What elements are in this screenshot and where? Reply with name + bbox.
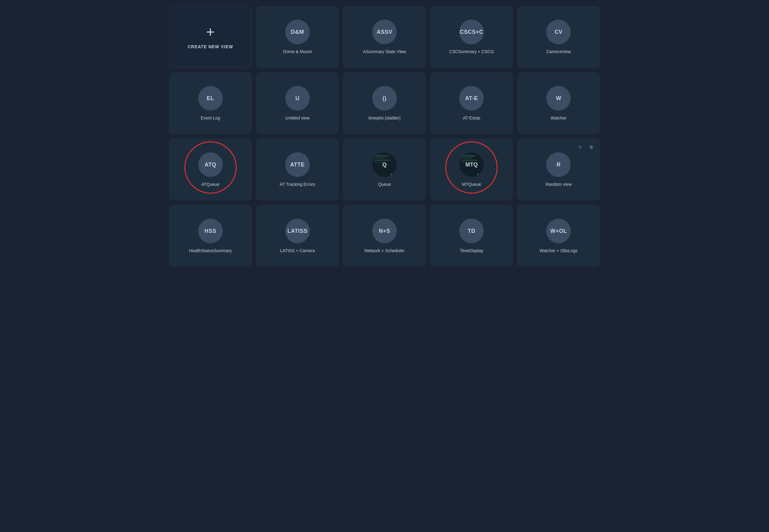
card-avatar: ATQ (198, 152, 223, 177)
card-label: AT Tracking Errors (280, 182, 315, 187)
card-cscsummary-cscg[interactable]: CSCS+C CSCSummary + CSCG (431, 6, 513, 68)
card-avatar: () (372, 86, 397, 111)
card-label: Queue (378, 182, 391, 187)
edit-icon[interactable]: ✎ (576, 143, 585, 151)
card-label: Watcher (551, 115, 567, 120)
card-label: ASummary State View (363, 49, 406, 54)
card-avatar: R (546, 152, 571, 177)
card-avatar: W+OL (546, 219, 571, 243)
card-mtqueue[interactable]: MTQ MTQueue (431, 139, 513, 200)
card-timeplot-stalder[interactable]: () timeplot (stalder) (343, 72, 426, 134)
card-queue[interactable]: Q Queue (343, 139, 426, 200)
card-watcher-obslogs[interactable]: W+OL Watcher + ObsLogs (518, 205, 600, 267)
card-random-view[interactable]: ✎ 🗑 R Random view (518, 139, 600, 200)
views-grid: + CREATE NEW VIEW D&M Dome & Mount ASSV … (169, 6, 600, 267)
card-at-tracking-errors[interactable]: ATTE AT Tracking Errors (256, 139, 338, 200)
card-at-estop[interactable]: AT-E AT-Estop (431, 72, 513, 134)
card-health-status-summary[interactable]: HSS HealthStatusSummary (169, 205, 251, 267)
card-label: Random view (546, 182, 572, 187)
card-time-display[interactable]: TD TimeDisplay (431, 205, 513, 267)
card-label: Dome & Mount (283, 49, 312, 54)
card-event-log[interactable]: EL Event Log (169, 72, 251, 134)
card-camera-view[interactable]: CV CameraView (518, 6, 600, 68)
card-label: HealthStatusSummary (189, 248, 232, 253)
card-avatar: EL (198, 86, 223, 111)
card-label: Watcher + ObsLogs (540, 248, 578, 253)
delete-icon[interactable]: 🗑 (587, 143, 596, 151)
card-latiss-camera[interactable]: LATISS LATISS + Camera (256, 205, 338, 267)
card-label: Network + Scheduler (364, 248, 405, 253)
card-avatar: CV (546, 20, 571, 44)
card-label: LATISS + Camera (280, 248, 315, 253)
card-atqueue[interactable]: ATQ ATQueue (169, 139, 251, 200)
card-label: CameraView (546, 49, 571, 54)
card-network-scheduler[interactable]: N+S Network + Scheduler (343, 205, 426, 267)
card-label: ATQueue (201, 182, 219, 187)
card-label: timeplot (stalder) (368, 115, 401, 120)
card-avatar: TD (459, 219, 484, 243)
card-label: TimeDisplay (460, 248, 484, 253)
card-label: MTQueue (462, 182, 481, 187)
card-avatar: LATISS (285, 219, 310, 243)
card-avatar: D&M (285, 20, 310, 44)
card-thumbnail: Q (372, 152, 397, 177)
card-label: AT-Estop (463, 115, 481, 120)
card-label: Untitled view (285, 115, 309, 120)
card-label: CREATE NEW VIEW (188, 44, 233, 49)
card-avatar: N+S (372, 219, 397, 243)
card-avatar: CSCS+C (459, 20, 484, 44)
card-label: CSCSummary + CSCG (449, 49, 494, 54)
plus-icon: + (206, 25, 215, 39)
card-actions: ✎ 🗑 (576, 143, 596, 151)
card-avatar: U (285, 86, 310, 111)
card-create-new-view[interactable]: + CREATE NEW VIEW (169, 6, 251, 68)
card-avatar: ASSV (372, 20, 397, 44)
card-asummary-state-view[interactable]: ASSV ASummary State View (343, 6, 426, 68)
card-watcher[interactable]: W Watcher (518, 72, 600, 134)
card-untitled-view[interactable]: U Untitled view (256, 72, 338, 134)
card-label: Event Log (201, 115, 220, 120)
card-avatar: HSS (198, 219, 223, 243)
card-thumbnail: MTQ (459, 152, 484, 177)
card-avatar: ATTE (285, 152, 310, 177)
card-dome-mount[interactable]: D&M Dome & Mount (256, 6, 338, 68)
card-avatar: AT-E (459, 86, 484, 111)
card-avatar: W (546, 86, 571, 111)
